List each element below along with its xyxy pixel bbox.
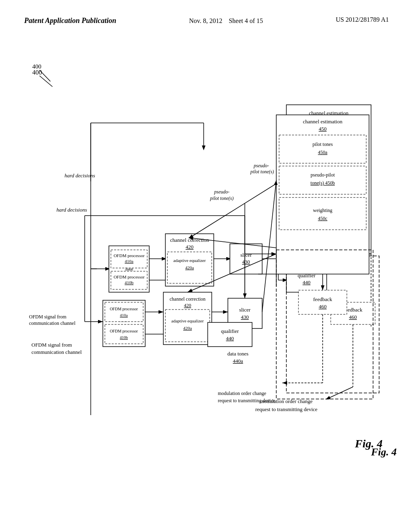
page-header: Patent Application Publication Nov. 8, 2… [0, 16, 413, 26]
channel-est-label: channel estimation [303, 118, 342, 125]
input-signal-label2: communication channel [29, 320, 76, 326]
ofdm-a-ref: 410a [120, 313, 128, 318]
ref-400: 400 [32, 63, 42, 70]
svg-rect-55 [279, 135, 366, 163]
input-signal-label: OFDM signal from [29, 314, 67, 320]
channel-correction-label: channel correction [170, 296, 206, 302]
channel-correction-ref: 420 [184, 303, 191, 308]
adaptive-eq-label: adaptive equalizer [171, 318, 204, 323]
weighting-ref: 450c [318, 216, 327, 221]
ofdm-b-ref: 410b [120, 335, 128, 340]
weighting-label: weighting [313, 208, 332, 213]
pilot-tones-label: pilot tones [313, 141, 333, 147]
svg-rect-39 [105, 302, 143, 322]
svg-line-36 [40, 70, 50, 81]
adaptive-eq-ref: 420a [183, 326, 192, 330]
ofdm-b-label: OFDM processor [110, 329, 138, 333]
publication-title: Patent Application Publication [24, 16, 116, 25]
pseudo-pilot-label-top2: pilot tone(s) [210, 195, 234, 201]
pseudo-pilot-label-top: pseudo- [214, 189, 229, 195]
publication-date: Nov. 8, 2012 [189, 17, 223, 24]
svg-line-67 [262, 180, 276, 312]
svg-line-60 [188, 254, 276, 292]
header-center: Nov. 8, 2012 Sheet 4 of 15 [189, 16, 263, 26]
svg-rect-40 [105, 324, 143, 344]
sheet-info: Sheet 4 of 15 [229, 17, 263, 24]
pilot-tones-ref: 450a [318, 150, 327, 155]
slicer-label: slicer [239, 307, 251, 313]
patent-number: US 2012/281789 A1 [336, 16, 389, 23]
qualifier-label: qualifier [221, 328, 239, 334]
feedback-label: feedback [313, 296, 332, 302]
slicer-ref: 430 [241, 314, 249, 320]
request-tx: request to transmitting device [218, 398, 275, 403]
mod-order-change: modulation order change [218, 391, 266, 396]
channel-est-ref: 450 [319, 126, 327, 132]
diagram-area: 400 OFDM signal from communication chann… [12, 52, 399, 508]
hard-decisions-label: hard decisions [56, 207, 87, 213]
data-tones-ref: 440a [233, 358, 243, 364]
pseudo-pilot-450b-label: pseudo-pilot [311, 172, 335, 178]
ofdm-a-label: OFDM processor [110, 307, 138, 311]
qualifier-ref: 440 [226, 335, 234, 341]
pseudo-pilot-450b-ref: tone(s) 450b [311, 180, 335, 186]
main-diagram-svg: 400 OFDM signal from communication chann… [24, 52, 387, 476]
svg-rect-62 [298, 290, 347, 314]
svg-rect-57 [279, 197, 366, 230]
data-tones-label: data tones [227, 351, 248, 357]
feedback-ref: 460 [319, 303, 327, 310]
svg-rect-53 [208, 322, 252, 347]
fig-label: Fig. 4 [355, 437, 382, 450]
